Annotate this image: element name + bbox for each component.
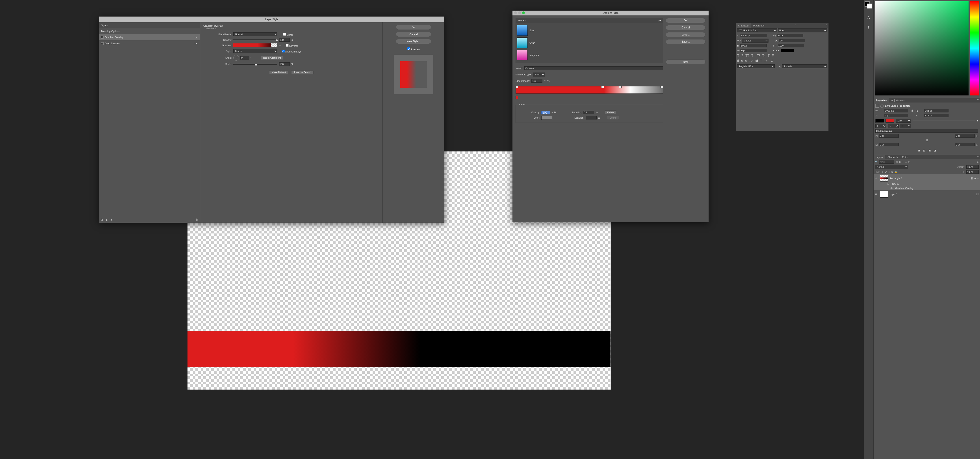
layers-menu-icon[interactable]: ≡ (976, 155, 980, 159)
arrow-up-icon[interactable]: ▲ (105, 218, 108, 222)
layer-name-rectangle[interactable]: Rectangle 1 (889, 177, 902, 180)
opacity-stop-right[interactable] (660, 86, 663, 88)
reverse-checkbox[interactable] (286, 44, 289, 47)
corner-all-input[interactable] (875, 129, 978, 133)
fx-expand-icon[interactable]: ▾ (977, 177, 979, 180)
layer-rectangle1[interactable]: 👁 Rectangle 1 ⛓ fx ▾ (873, 174, 980, 182)
opacity-stop-sel[interactable] (619, 86, 622, 88)
gradient-dropdown-icon[interactable]: ▾ (279, 44, 282, 47)
kerning-select[interactable]: Metrics (742, 38, 768, 43)
bold-icon[interactable]: T (737, 54, 739, 57)
swash-icon[interactable]: 𝒜 (750, 59, 752, 63)
styles-drop-shadow[interactable]: Drop Shadow + (99, 40, 200, 46)
tab-channels[interactable]: Channels (885, 155, 900, 159)
ordinal-icon[interactable]: T (760, 59, 762, 63)
preview-checkbox[interactable] (407, 48, 410, 50)
link-icon-2[interactable]: ⛓ (976, 193, 979, 196)
effect-visibility-icon[interactable]: 👁 (890, 187, 894, 190)
antialias-select[interactable]: Smooth (782, 64, 827, 69)
tab-adjustments[interactable]: Adjustments (889, 98, 907, 102)
tracking-input[interactable] (779, 39, 805, 42)
oldstyle-icon[interactable]: σ (741, 59, 743, 63)
opacity-stop-left[interactable] (515, 86, 518, 88)
tab-layers[interactable]: Layers (873, 155, 885, 159)
stroke-swatch[interactable] (886, 119, 894, 123)
italic-icon[interactable]: T (741, 54, 743, 57)
layer-fill-input[interactable] (966, 170, 979, 174)
gradient-editor-titlebar[interactable]: Gradient Editor (512, 11, 709, 16)
superscript-icon[interactable]: T¹ (757, 54, 760, 57)
link-icon[interactable]: ⛓ (970, 177, 973, 180)
filter-type-icon[interactable]: T (902, 161, 904, 163)
ligatures-icon[interactable]: fi (737, 59, 739, 63)
gradient-bar[interactable] (515, 86, 663, 98)
gradient-overlay-checkbox[interactable]: ✓ (101, 36, 103, 38)
lock-all-icon[interactable]: 🔒 (894, 171, 897, 173)
corner-select[interactable]: F (900, 124, 911, 128)
trash-icon[interactable]: 🗑 (196, 218, 198, 222)
scale-input[interactable] (279, 62, 290, 66)
language-select[interactable]: English: USA (737, 64, 775, 69)
style-select[interactable]: Linear (233, 49, 277, 53)
stroke-width-select[interactable]: 1 px (896, 119, 911, 123)
baseline-input[interactable] (740, 49, 767, 52)
filter-smart-icon[interactable]: ◫ (908, 161, 910, 163)
font-family-select[interactable]: ITC Franklin Got... (737, 29, 777, 32)
fill-swatch[interactable] (875, 119, 884, 123)
drop-shadow-checkbox[interactable] (101, 42, 103, 45)
ge-save-button[interactable]: Save... (666, 39, 705, 44)
subscript-icon[interactable]: T₁ (762, 54, 765, 57)
traffic-min-icon[interactable] (518, 11, 521, 14)
x-input[interactable] (884, 114, 908, 117)
gradient-type-select[interactable]: Solid (533, 73, 545, 76)
gradient-overlay-add-icon[interactable]: + (195, 36, 198, 39)
char-color-swatch[interactable] (781, 49, 794, 52)
make-default-button[interactable]: Make Default (269, 70, 288, 74)
stop-opacity-dropdown-icon[interactable]: ▾ (552, 111, 553, 114)
arrow-down-icon[interactable]: ▼ (110, 218, 113, 222)
layer-layer1[interactable]: 👁 Layer 1 ⛓ (873, 190, 980, 198)
fx-icon[interactable]: fx (101, 218, 103, 222)
hue-strip[interactable] (970, 1, 979, 96)
visibility-icon-2[interactable]: 👁 (875, 193, 878, 196)
tab-character[interactable]: Character (736, 23, 751, 28)
path-intersect-icon[interactable]: ◩ (928, 149, 931, 152)
blend-mode-select[interactable]: Normal (233, 32, 277, 37)
visibility-icon[interactable]: 👁 (875, 177, 878, 180)
layer-name-layer1[interactable]: Layer 1 (889, 193, 897, 196)
gradient-swatch[interactable] (233, 43, 277, 48)
styles-blending-options[interactable]: Blending Options (99, 29, 200, 34)
align-checkbox[interactable] (282, 49, 285, 53)
cap-select[interactable]: E (888, 124, 899, 128)
layer-effect-gradient-overlay[interactable]: 👁 Gradient Overlay (873, 186, 980, 190)
strike-icon[interactable]: T (772, 54, 774, 57)
w-input[interactable] (884, 109, 908, 112)
layer-blend-select[interactable]: Normal (875, 165, 908, 169)
link-corners-icon[interactable]: ⛓ (926, 139, 928, 142)
traffic-zoom-icon[interactable] (522, 11, 525, 14)
filter-pixel-icon[interactable]: ▧ (896, 161, 897, 163)
ge-load-button[interactable]: Load... (666, 32, 705, 37)
corner-bl-input[interactable] (879, 143, 899, 147)
character-collapse-icon[interactable]: » (794, 23, 797, 28)
opacity-slider[interactable] (233, 40, 277, 40)
layer-effects-row[interactable]: 👁 Effects (873, 182, 980, 186)
allcaps-icon[interactable]: TT (745, 54, 749, 57)
link-wh-icon[interactable]: ⛓ (910, 109, 914, 112)
h-input[interactable] (924, 109, 948, 112)
font-size-input[interactable] (740, 34, 767, 37)
paragraph-panel-icon[interactable]: ¶ (865, 25, 872, 31)
delete-opacity-stop-button[interactable]: Delete (605, 110, 617, 115)
filter-toggle-icon[interactable]: ◉ (977, 161, 979, 163)
fx-badge[interactable]: fx (974, 177, 976, 180)
angle-dial[interactable] (233, 55, 239, 61)
y-input[interactable] (924, 114, 948, 117)
corner-tl-input[interactable] (879, 134, 899, 137)
align-stroke-select[interactable]: ▯ (875, 124, 886, 128)
color-field[interactable] (875, 1, 969, 96)
stop-color-swatch[interactable] (541, 116, 552, 120)
smallcaps-icon[interactable]: Tᴛ (751, 54, 755, 57)
stop-location-input[interactable] (583, 111, 594, 114)
filter-kind-input[interactable] (879, 160, 894, 164)
path-combine-icon[interactable]: ▣ (918, 149, 920, 152)
